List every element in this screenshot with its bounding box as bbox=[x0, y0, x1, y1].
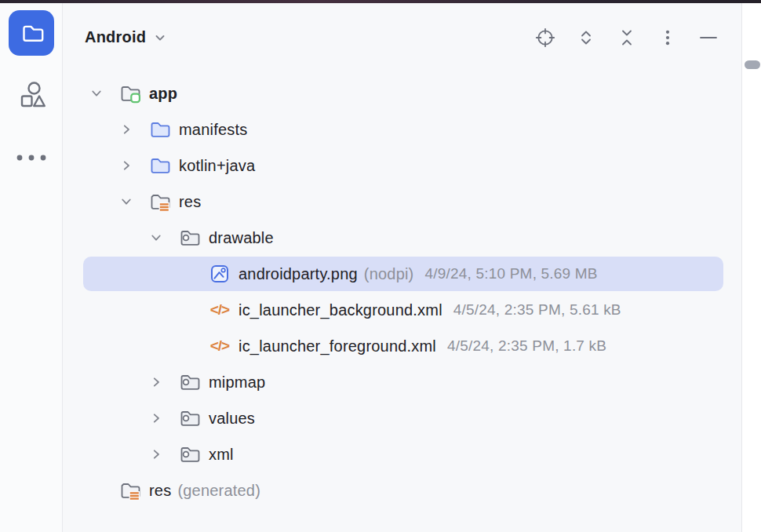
tree-row-label: mipmap bbox=[209, 373, 265, 392]
chevron-right-icon[interactable] bbox=[117, 156, 136, 175]
project-view-title: Android bbox=[85, 28, 146, 46]
tree-row-qualifier: (generated) bbox=[177, 482, 260, 500]
locate-icon bbox=[535, 27, 555, 48]
asset-folder-icon bbox=[178, 370, 202, 394]
asset-folder-icon bbox=[178, 406, 202, 430]
tree-row[interactable]: res bbox=[83, 184, 723, 219]
project-view-selector[interactable]: Android bbox=[85, 28, 167, 46]
project-tree: appmanifestskotlin+javaresdrawableandroi… bbox=[64, 75, 741, 509]
project-tool-button[interactable] bbox=[9, 10, 54, 56]
expand-all-button[interactable] bbox=[576, 27, 596, 48]
xml-icon: </> bbox=[208, 298, 231, 322]
image-icon bbox=[208, 262, 231, 286]
minimize-icon bbox=[698, 27, 719, 48]
more-dots-icon bbox=[14, 153, 49, 162]
project-tool-window: Android appmanifestskotlin+javaresdrawab… bbox=[64, 3, 741, 532]
tree-row-metadata: 4/5/24, 2:35 PM, 1.7 kB bbox=[447, 337, 606, 355]
tree-row-label: xml bbox=[209, 446, 234, 464]
tree-row-label: res bbox=[149, 482, 171, 500]
kebab-icon bbox=[657, 27, 678, 48]
res-folder-icon bbox=[118, 479, 142, 502]
chevron-down-icon[interactable] bbox=[87, 84, 106, 103]
expand-all-icon bbox=[576, 27, 596, 48]
xml-icon: </> bbox=[208, 334, 231, 358]
scrollbar-track[interactable] bbox=[741, 3, 761, 532]
chevron-right-icon[interactable] bbox=[147, 373, 166, 392]
asset-folder-icon bbox=[178, 226, 202, 250]
chevron-right-icon[interactable] bbox=[147, 409, 166, 428]
chevron-right-icon[interactable] bbox=[117, 120, 136, 139]
tree-row[interactable]: </>ic_launcher_background.xml4/5/24, 2:3… bbox=[83, 293, 723, 327]
tree-row[interactable]: res(generated) bbox=[83, 473, 723, 508]
structure-tool-button[interactable] bbox=[14, 78, 49, 112]
collapse-all-icon bbox=[617, 27, 637, 48]
tree-row[interactable]: androidparty.png(nodpi)4/9/24, 5:10 PM, … bbox=[83, 257, 723, 291]
tree-row-qualifier: (nodpi) bbox=[364, 265, 414, 283]
tree-row-label: ic_launcher_background.xml bbox=[238, 301, 442, 319]
tree-row-label: ic_launcher_foreground.xml bbox=[238, 337, 436, 355]
tree-row-metadata: 4/9/24, 5:10 PM, 5.69 MB bbox=[424, 265, 597, 282]
tree-row-label: kotlin+java bbox=[179, 157, 255, 175]
tree-row[interactable]: kotlin+java bbox=[83, 148, 723, 183]
blue-folder-icon bbox=[148, 118, 172, 141]
locate-file-button[interactable] bbox=[535, 27, 555, 48]
structure-icon bbox=[16, 79, 47, 111]
more-options-button[interactable] bbox=[657, 27, 678, 48]
tree-row-label: values bbox=[209, 410, 255, 428]
project-folder-icon bbox=[18, 20, 45, 46]
tree-row[interactable]: app bbox=[83, 76, 723, 111]
tool-window-stripe bbox=[0, 3, 63, 532]
chevron-right-icon[interactable] bbox=[147, 445, 166, 464]
tree-row-metadata: 4/5/24, 2:35 PM, 5.61 kB bbox=[453, 301, 621, 319]
tree-row[interactable]: values bbox=[83, 401, 723, 435]
tree-row[interactable]: xml bbox=[83, 437, 723, 472]
tree-row-label: res bbox=[179, 193, 201, 211]
scrollbar-thumb[interactable] bbox=[745, 60, 760, 69]
tree-row-label: app bbox=[149, 85, 177, 103]
chevron-down-icon[interactable] bbox=[117, 192, 136, 211]
chevron-down-icon[interactable] bbox=[147, 228, 166, 247]
tree-row-label: drawable bbox=[209, 229, 274, 247]
tree-row[interactable]: drawable bbox=[83, 220, 723, 255]
collapse-all-button[interactable] bbox=[617, 27, 637, 48]
tree-row[interactable]: mipmap bbox=[83, 365, 723, 399]
chevron-down-icon bbox=[153, 31, 167, 45]
tree-row[interactable]: </>ic_launcher_foreground.xml4/5/24, 2:3… bbox=[83, 329, 723, 363]
tree-row-label: androidparty.png bbox=[238, 265, 358, 283]
hide-panel-button[interactable] bbox=[698, 27, 719, 48]
tree-row[interactable]: manifests bbox=[83, 112, 723, 147]
asset-folder-icon bbox=[178, 443, 202, 466]
tree-row-label: manifests bbox=[179, 121, 247, 139]
res-folder-icon bbox=[148, 190, 172, 213]
module-folder-icon bbox=[118, 82, 142, 105]
more-tool-windows-button[interactable] bbox=[14, 140, 49, 175]
tool-window-header: Android bbox=[64, 3, 741, 71]
blue-folder-icon bbox=[148, 154, 172, 177]
header-actions bbox=[535, 27, 719, 48]
